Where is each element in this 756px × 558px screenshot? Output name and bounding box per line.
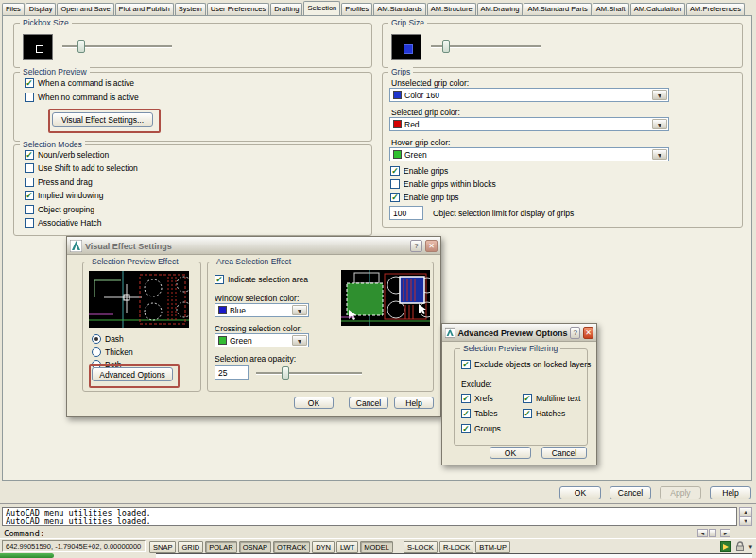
tab-selection[interactable]: Selection [303,1,340,15]
checkbox-icon: ✓ [461,424,471,433]
tab-files[interactable]: Files [2,3,25,15]
taskbar-start-sliver[interactable] [0,553,54,558]
checkbox-exclude-locked-layers[interactable]: ✓ Exclude objects on locked layers [461,360,591,369]
tab-open-and-save[interactable]: Open and Save [57,3,113,15]
status-toggle-otrack[interactable]: OTRACK [273,541,310,553]
autocad-icon [70,240,82,252]
checkbox-enable-grips-within-blocks[interactable]: Enable grips within blocks [390,179,496,189]
tab-am-drawing[interactable]: AM:Drawing [477,3,524,15]
dialog-title-bar[interactable]: Visual Effect Settings ? ✕ [67,237,440,255]
status-toggle-btm-up[interactable]: BTM-UP [475,541,510,553]
help-button[interactable]: Help [710,486,751,499]
checkbox-enable-grips[interactable]: ✓ Enable grips [390,166,448,176]
checkbox-implied-windowing[interactable]: ✓ Implied windowing [25,191,103,200]
help-icon[interactable]: ? [570,327,580,339]
status-toggle-polar[interactable]: POLAR [205,541,236,553]
selection-preview-effect-image [89,271,189,328]
checkbox-multiline-text[interactable]: ✓ Multiline text [523,394,580,403]
tab-am-standards[interactable]: AM:Standards [373,3,426,15]
checkbox-when-no-command-active[interactable]: When no command is active [25,93,139,102]
apo-cancel-button[interactable]: Cancel [541,447,587,459]
tab-am-structure[interactable]: AM:Structure [427,3,476,15]
visual-effect-settings-button[interactable]: Visual Effect Settings... [52,112,153,127]
slider-thumb[interactable] [77,40,85,53]
checkbox-object-grouping[interactable]: Object grouping [25,205,94,214]
window-selection-color-select[interactable]: Blue ▾ [215,303,309,317]
advanced-options-button[interactable]: Advanced Options [92,367,173,381]
checkbox-associative-hatch[interactable]: Associative Hatch [25,218,102,228]
selected-grip-color-select[interactable]: Red ▾ [389,117,669,131]
slider-thumb[interactable] [442,40,450,53]
scroll-up-button[interactable]: ▲ [739,507,752,516]
ves-ok-button[interactable]: OK [294,397,334,409]
tab-am-shaft[interactable]: AM:Shaft [593,3,629,15]
grip-size-slider[interactable] [431,40,541,53]
checkbox-use-shift[interactable]: Use Shift to add to selection [25,163,138,173]
checkbox-tables[interactable]: ✓ Tables [461,409,498,418]
status-toggle-snap[interactable]: SNAP [149,541,176,553]
coordinate-display[interactable]: 642.99051590, -1.79045E+02, 0.00000000 [2,540,146,552]
apo-ok-button[interactable]: OK [490,447,531,459]
unselected-grip-color-select[interactable]: Color 160 ▾ [389,88,669,102]
tab-drafting[interactable]: Drafting [270,3,302,15]
opacity-slider[interactable] [256,366,362,380]
h-scroll-thumb[interactable] [709,529,716,537]
chevron-down-icon[interactable]: ▾ [652,149,667,160]
tab-user-preferences[interactable]: User Preferences [207,3,269,15]
help-icon[interactable]: ? [410,240,422,252]
taskbar-window-strip[interactable] [156,553,752,558]
ves-help-button[interactable]: Help [394,397,434,409]
command-prompt[interactable]: Command: [4,529,44,538]
status-toggle-osnap[interactable]: OSNAP [239,541,271,553]
opacity-input[interactable] [215,365,249,380]
lock-icon[interactable] [734,541,746,552]
tab-display[interactable]: Display [26,3,57,15]
checkbox-indicate-selection-area[interactable]: ✓ Indicate selection area [215,275,308,284]
checkbox-noun-verb-selection[interactable]: ✓ Noun/verb selection [25,150,109,160]
status-toggle-lwt[interactable]: LWT [336,541,358,553]
communication-center-icon[interactable] [720,541,731,552]
tray-arrow-icon[interactable]: ▾ [748,543,752,550]
tab-system[interactable]: System [175,3,206,15]
tab-plot-and-publish[interactable]: Plot and Publish [115,3,174,15]
chevron-down-icon[interactable]: ▾ [652,90,667,100]
radio-dash[interactable]: Dash [92,334,124,344]
grip-limit-label: Object selection limit for display of gr… [433,209,574,218]
checkbox-xrefs[interactable]: ✓ Xrefs [461,394,493,403]
tab-am-preferences[interactable]: AM:Preferences [686,3,745,15]
close-icon[interactable]: ✕ [583,327,593,339]
checkbox-icon [25,205,34,214]
checkbox-press-and-drag[interactable]: Press and drag [25,178,93,187]
tab-profiles[interactable]: Profiles [341,3,372,15]
ok-button[interactable]: OK [559,486,601,499]
scroll-down-button[interactable]: ▼ [739,516,752,526]
pickbox-size-slider[interactable] [62,40,172,53]
dialog-title-bar[interactable]: Advanced Preview Options ? ✕ [442,324,596,342]
chevron-down-icon[interactable]: ▾ [292,305,307,315]
checkbox-hatches[interactable]: ✓ Hatches [523,409,565,418]
slider-thumb[interactable] [282,366,289,380]
chevron-down-icon[interactable]: ▾ [292,335,307,346]
scroll-right-button[interactable]: ► [720,529,730,537]
close-icon[interactable]: ✕ [425,240,438,252]
status-toggle-s-lock[interactable]: S-LOCK [404,541,438,553]
cancel-button[interactable]: Cancel [610,486,651,499]
scroll-left-button[interactable]: ◄ [697,529,708,537]
status-toggle-grid[interactable]: GRID [178,541,203,553]
status-toggle-model[interactable]: MODEL [360,541,393,553]
hover-grip-color-select[interactable]: Green ▾ [389,147,669,161]
ves-cancel-button[interactable]: Cancel [349,397,388,409]
tab-am-calculation[interactable]: AM:Calculation [630,3,685,15]
chevron-down-icon[interactable]: ▾ [652,119,667,129]
status-toggle-r-lock[interactable]: R-LOCK [439,541,473,553]
command-history[interactable]: AutoCAD menu utilities loaded. AutoCAD m… [2,507,737,526]
grip-limit-input[interactable] [389,206,423,220]
checkbox-groups[interactable]: ✓ Groups [461,424,501,433]
status-toggle-dyn[interactable]: DYN [312,541,335,553]
checkbox-enable-grip-tips[interactable]: ✓ Enable grip tips [390,193,459,202]
grip-square [404,44,413,54]
crossing-selection-color-select[interactable]: Green ▾ [215,333,309,347]
checkbox-when-command-active[interactable]: ✓ When a command is active [25,78,134,88]
tab-am-standard-parts[interactable]: AM:Standard Parts [524,3,591,15]
radio-thicken[interactable]: Thicken [92,347,133,357]
